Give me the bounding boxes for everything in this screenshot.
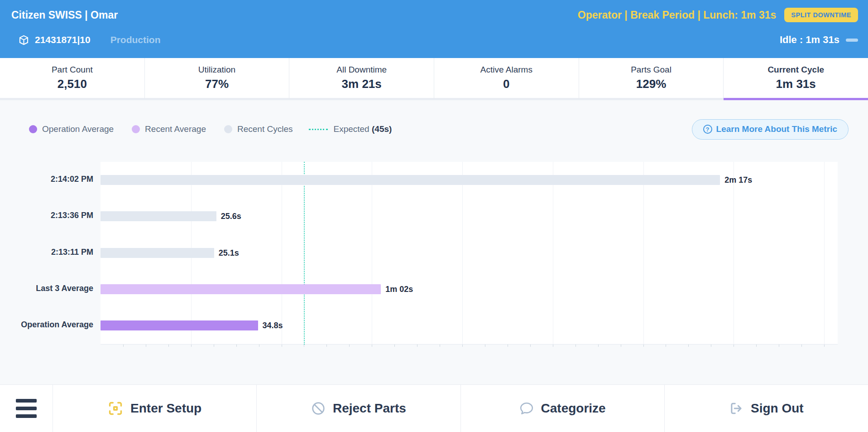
categorize-icon bbox=[519, 401, 534, 416]
axis-minor-tick bbox=[553, 345, 553, 347]
chart-bar bbox=[101, 284, 381, 294]
axis-minor-tick bbox=[508, 345, 508, 347]
expected-line-swatch bbox=[309, 129, 328, 130]
chart-bar bbox=[101, 211, 216, 221]
machine-operator-title: Citizen SWISS | Omar bbox=[11, 9, 118, 21]
axis-minor-tick bbox=[530, 345, 531, 347]
metrics-tab-strip: Part Count2,510Utilization77%All Downtim… bbox=[0, 58, 868, 100]
chart-bar bbox=[101, 175, 720, 185]
operator-status-text: Operator | Break Period | Lunch: 1m 31s bbox=[578, 9, 777, 21]
chart-bar-value: 25.6s bbox=[221, 211, 241, 221]
reject-parts-icon bbox=[311, 401, 326, 416]
metric-value: 3m 21s bbox=[342, 77, 382, 91]
axis-minor-tick bbox=[598, 345, 599, 347]
gridline bbox=[372, 162, 372, 345]
chart-row-label: Last 3 Average bbox=[0, 284, 93, 293]
metric-tab-part-count[interactable]: Part Count2,510 bbox=[0, 58, 145, 100]
metric-tab-active-alarms[interactable]: Active Alarms0 bbox=[434, 58, 579, 100]
axis-minor-tick bbox=[462, 345, 463, 347]
axis-minor-tick bbox=[756, 345, 757, 347]
cycle-time-chart: 2m 17s25.6s25.1s1m 02s34.8s 20s40s1m1m 2… bbox=[0, 162, 868, 361]
legend-dot-icon bbox=[132, 125, 140, 133]
chart-row-label: 2:13:36 PM bbox=[0, 211, 93, 220]
gridline bbox=[462, 162, 463, 345]
axis-minor-tick bbox=[394, 345, 395, 347]
chart-row-label: 2:13:11 PM bbox=[0, 248, 93, 257]
metric-label: Active Alarms bbox=[480, 65, 532, 75]
axis-minor-tick bbox=[779, 345, 779, 347]
learn-more-button[interactable]: ? Learn More About This Metric bbox=[692, 119, 849, 140]
metric-value: 2,510 bbox=[58, 77, 87, 91]
chart-bar-value: 34.8s bbox=[263, 320, 283, 330]
axis-minor-tick bbox=[824, 345, 825, 347]
axis-minor-tick bbox=[643, 345, 644, 347]
chart-bar-value: 2m 17s bbox=[724, 175, 752, 185]
job-mode-label: Production bbox=[110, 34, 161, 45]
nav-item-reject-parts[interactable]: Reject Parts bbox=[256, 385, 460, 432]
axis-minor-tick bbox=[146, 345, 146, 347]
axis-minor-tick bbox=[123, 345, 124, 347]
expected-threshold-line bbox=[304, 162, 305, 345]
metric-label: All Downtime bbox=[336, 65, 387, 75]
legend-item-label: Operation Average bbox=[42, 124, 114, 134]
legend-item-label: Recent Cycles bbox=[237, 124, 293, 134]
nav-item-sign-out[interactable]: Sign Out bbox=[664, 385, 868, 432]
learn-more-label: Learn More About This Metric bbox=[716, 124, 837, 134]
legend-dot-icon bbox=[29, 125, 37, 133]
axis-minor-tick bbox=[168, 345, 169, 347]
metric-tab-parts-goal[interactable]: Parts Goal129% bbox=[579, 58, 724, 100]
metric-label: Part Count bbox=[52, 65, 93, 75]
axis-minor-tick bbox=[236, 345, 237, 347]
app-header: Citizen SWISS | Omar Operator | Break Pe… bbox=[0, 0, 868, 58]
expected-label: Expected (45s) bbox=[333, 124, 392, 134]
metric-tab-current-cycle[interactable]: Current Cycle1m 31s bbox=[724, 58, 868, 100]
chart-bar bbox=[101, 248, 214, 258]
idle-timer-text: Idle : 1m 31s bbox=[780, 34, 839, 46]
metric-tab-all-downtime[interactable]: All Downtime3m 21s bbox=[289, 58, 434, 100]
axis-minor-tick bbox=[711, 345, 711, 347]
metric-label: Parts Goal bbox=[631, 65, 671, 75]
split-downtime-button[interactable]: SPLIT DOWNTIME bbox=[784, 8, 858, 22]
job-number: 21431871|10 bbox=[35, 34, 91, 45]
axis-minor-tick bbox=[666, 345, 666, 347]
chart-plot-area: 2m 17s25.6s25.1s1m 02s34.8s bbox=[101, 162, 838, 345]
metric-value: 0 bbox=[503, 77, 509, 91]
job-group: 21431871|10 Production bbox=[18, 34, 161, 46]
nav-item-label: Sign Out bbox=[751, 401, 804, 416]
metric-label: Current Cycle bbox=[767, 65, 824, 75]
legend-item-label: Recent Average bbox=[145, 124, 206, 134]
menu-button[interactable] bbox=[0, 385, 53, 432]
chart-legend: Operation AverageRecent AverageRecent Cy… bbox=[29, 124, 293, 134]
chart-bar-value: 25.1s bbox=[219, 248, 239, 258]
axis-minor-tick bbox=[440, 345, 440, 347]
axis-minor-tick bbox=[191, 345, 192, 347]
axis-minor-tick bbox=[349, 345, 350, 347]
metric-tab-utilization[interactable]: Utilization77% bbox=[145, 58, 290, 100]
chart-bar bbox=[101, 320, 258, 330]
header-row-1: Citizen SWISS | Omar Operator | Break Pe… bbox=[11, 4, 858, 26]
chart-row-label: 2:14:02 PM bbox=[0, 175, 93, 184]
chart-legend-row: Operation AverageRecent AverageRecent Cy… bbox=[29, 119, 849, 140]
chart-bar-value: 1m 02s bbox=[385, 284, 413, 294]
gridline bbox=[282, 162, 282, 345]
axis-minor-tick bbox=[282, 345, 282, 347]
axis-minor-tick bbox=[417, 345, 417, 347]
nav-item-label: Enter Setup bbox=[130, 401, 201, 416]
header-status-group: Operator | Break Period | Lunch: 1m 31s … bbox=[578, 8, 858, 22]
nav-item-categorize[interactable]: Categorize bbox=[460, 385, 664, 432]
legend-dot-icon bbox=[224, 125, 232, 133]
axis-minor-tick bbox=[259, 345, 259, 347]
axis-minor-tick bbox=[214, 345, 214, 347]
axis-minor-tick bbox=[304, 345, 304, 347]
metric-value: 129% bbox=[636, 77, 667, 91]
axis-minor-tick bbox=[575, 345, 576, 347]
legend-item-recent-cycles: Recent Cycles bbox=[224, 124, 293, 134]
chart-row-label: Operation Average bbox=[0, 320, 93, 330]
axis-minor-tick bbox=[734, 345, 734, 347]
axis-minor-tick bbox=[621, 345, 621, 347]
header-row-2: 21431871|10 Production Idle : 1m 31s bbox=[18, 27, 858, 53]
sign-out-icon bbox=[729, 401, 743, 416]
nav-item-enter-setup[interactable]: Enter Setup bbox=[53, 385, 256, 432]
idle-status-group: Idle : 1m 31s bbox=[780, 34, 858, 46]
question-circle-icon: ? bbox=[703, 125, 712, 134]
